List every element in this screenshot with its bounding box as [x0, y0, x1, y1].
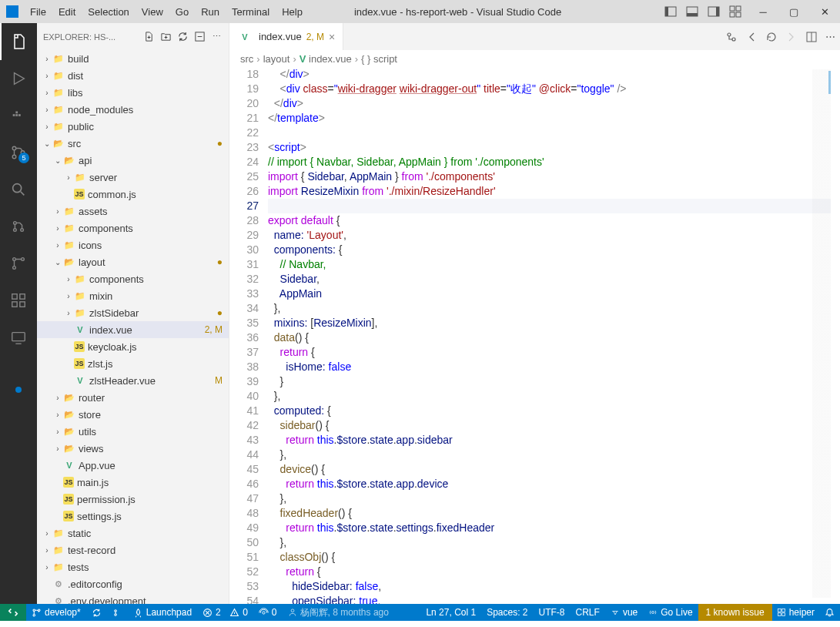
tree-item-static[interactable]: ›📁static: [37, 525, 229, 542]
tree-item-assets[interactable]: ›📁assets: [37, 203, 229, 220]
sync-button[interactable]: [86, 604, 107, 621]
maximize-button[interactable]: ▢: [778, 0, 809, 23]
tree-item-components[interactable]: ›📁components: [37, 220, 229, 236]
new-file-icon[interactable]: [142, 31, 155, 43]
tree-item-zlst-js[interactable]: JSzlst.js: [37, 355, 229, 372]
gitlens-icon[interactable]: [0, 208, 37, 245]
tree-item-common-js[interactable]: JScommon.js: [37, 186, 229, 203]
tree-item-public[interactable]: ›📁public: [37, 118, 229, 135]
tree-item-views[interactable]: ›📂views: [37, 440, 229, 457]
docker-icon[interactable]: [0, 97, 37, 134]
tree-item-icons[interactable]: ›📁icons: [37, 236, 229, 253]
tree-item-mixin[interactable]: ›📁mixin: [37, 287, 229, 304]
layout-left-icon[interactable]: [661, 2, 680, 21]
remote-icon[interactable]: [0, 319, 37, 356]
split-icon[interactable]: [805, 31, 818, 43]
source-control-icon[interactable]: 5: [0, 134, 37, 171]
new-folder-icon[interactable]: [159, 31, 172, 43]
tree-item-src[interactable]: ⌄📂src●: [37, 135, 229, 152]
extensions-icon[interactable]: [0, 282, 37, 319]
tree-item-libs[interactable]: ›📁libs: [37, 84, 229, 101]
breadcrumb-index.vue[interactable]: V index.vue: [300, 53, 352, 65]
tree-item-node_modules[interactable]: ›📁node_modules: [37, 101, 229, 118]
menu-go[interactable]: Go: [170, 3, 194, 21]
tree-item-zlstHeader-vue[interactable]: VzlstHeader.vueM: [37, 372, 229, 389]
tree-item-utils[interactable]: ›📂utils: [37, 423, 229, 440]
layout-grid-icon[interactable]: [726, 2, 745, 21]
tree-item-test-record[interactable]: ›📁test-record: [37, 542, 229, 558]
menu-terminal[interactable]: Terminal: [226, 3, 275, 21]
tree-item-main-js[interactable]: JSmain.js: [37, 474, 229, 491]
code-editor[interactable]: 1819202122232425262728293031323334353637…: [229, 67, 840, 604]
tree-item-server[interactable]: ›📁server: [37, 169, 229, 186]
launchpad-button[interactable]: Launchpad: [128, 604, 197, 621]
menu-edit[interactable]: Edit: [53, 3, 81, 21]
minimize-button[interactable]: ─: [748, 0, 778, 23]
explorer-title: EXPLORER: HS-...: [43, 32, 142, 42]
ports-button[interactable]: 0: [253, 604, 283, 621]
cursor-position[interactable]: Ln 27, Col 1: [420, 604, 481, 621]
breadcrumb-layout[interactable]: layout: [263, 53, 290, 65]
git-blame[interactable]: 杨阁辉, 8 months ago: [283, 604, 394, 621]
go-live-button[interactable]: Go Live: [643, 604, 698, 621]
svg-point-15: [12, 146, 16, 150]
tree-item-settings-js[interactable]: JSsettings.js: [37, 508, 229, 525]
tree-item-permission-js[interactable]: JSpermission.js: [37, 491, 229, 508]
tree-item--env-development[interactable]: ⚙.env.development: [37, 592, 229, 604]
tab-more-icon[interactable]: ⋯: [825, 31, 835, 42]
close-icon[interactable]: ×: [329, 31, 335, 43]
tree-item-components[interactable]: ›📁components: [37, 270, 229, 287]
svg-rect-1: [665, 7, 668, 16]
encoding[interactable]: UTF-8: [534, 604, 571, 621]
breadcrumb-script[interactable]: { } script: [361, 53, 397, 65]
layout-right-icon[interactable]: [704, 2, 723, 21]
svg-point-21: [21, 229, 24, 232]
known-issues[interactable]: 1 known issue: [698, 604, 772, 621]
notifications-icon[interactable]: [819, 604, 840, 621]
helper-status[interactable]: heiper: [772, 604, 819, 621]
breadcrumb[interactable]: src›layout›V index.vue›{ } script: [229, 50, 840, 67]
menu-file[interactable]: File: [25, 3, 52, 21]
menu-selection[interactable]: Selection: [82, 3, 134, 21]
tree-item-index-vue[interactable]: Vindex.vue2, M: [37, 321, 229, 338]
gitlens-status[interactable]: [107, 604, 128, 621]
layout-bottom-icon[interactable]: [683, 2, 701, 21]
breadcrumb-src[interactable]: src: [240, 53, 253, 65]
eol[interactable]: CRLF: [571, 604, 605, 621]
menu-view[interactable]: View: [136, 3, 169, 21]
tree-item-layout[interactable]: ⌄📂layout●: [37, 253, 229, 270]
run-debug-icon[interactable]: [0, 60, 37, 97]
minimap[interactable]: [812, 69, 831, 598]
search-icon[interactable]: [0, 171, 37, 208]
git-graph-icon[interactable]: [0, 245, 37, 282]
explorer-icon[interactable]: [0, 23, 37, 60]
tree-item-build[interactable]: ›📁build: [37, 50, 229, 67]
revert-icon[interactable]: [765, 31, 778, 43]
tree-item-tests[interactable]: ›📁tests: [37, 558, 229, 575]
svg-point-19: [14, 222, 17, 225]
close-button[interactable]: ✕: [809, 0, 840, 23]
compare-icon[interactable]: [725, 31, 738, 43]
tree-item-App-vue[interactable]: VApp.vue: [37, 457, 229, 474]
git-branch[interactable]: develop*: [26, 604, 86, 621]
history-forward-icon[interactable]: [785, 31, 798, 43]
problems-button[interactable]: 2 0: [197, 604, 253, 621]
tree-item-dist[interactable]: ›📁dist: [37, 67, 229, 84]
collapse-icon[interactable]: [193, 31, 206, 43]
tree-item-api[interactable]: ⌄📂api: [37, 152, 229, 169]
history-back-icon[interactable]: [745, 31, 758, 43]
tree-item-router[interactable]: ›📂router: [37, 389, 229, 406]
svg-rect-26: [12, 302, 17, 307]
indentation[interactable]: Spaces: 2: [481, 604, 533, 621]
menu-run[interactable]: Run: [196, 3, 225, 21]
tree-item--editorconfig[interactable]: ⚙.editorconfig: [37, 575, 229, 592]
tab-index-vue[interactable]: V index.vue 2, M ×: [229, 23, 343, 50]
tree-item-store[interactable]: ›📂store: [37, 406, 229, 423]
tree-item-keycloak-js[interactable]: JSkeycloak.js: [37, 338, 229, 355]
remote-button[interactable]: [0, 604, 26, 621]
refresh-icon[interactable]: [176, 31, 189, 43]
more-icon[interactable]: ⋯: [210, 31, 223, 43]
menu-help[interactable]: Help: [276, 3, 308, 21]
tree-item-zlstSidebar[interactable]: ›📁zlstSidebar●: [37, 304, 229, 321]
language-mode[interactable]: vue: [605, 604, 643, 621]
